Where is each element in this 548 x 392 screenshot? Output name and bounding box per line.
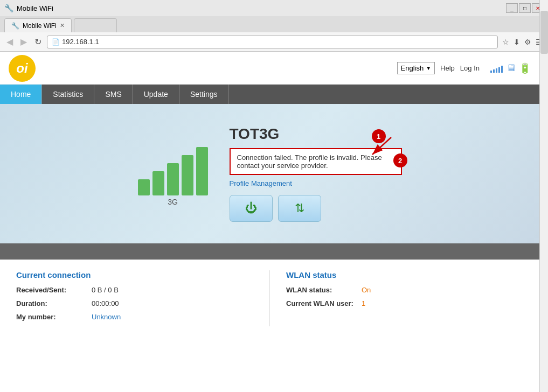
- tab-label: Mobile WiFi: [23, 22, 57, 30]
- chevron-down-icon: ▼: [426, 65, 431, 71]
- router-icon: 🖥: [506, 62, 516, 74]
- nav-item-update[interactable]: Update: [133, 85, 179, 104]
- help-link[interactable]: Help: [440, 64, 455, 72]
- current-connection-title: Current connection: [16, 270, 253, 279]
- bottom-bar: [0, 243, 539, 260]
- transfer-button[interactable]: ⇅: [278, 195, 321, 222]
- power-button[interactable]: ⏻: [230, 195, 273, 222]
- nav-item-home[interactable]: Home: [0, 85, 42, 104]
- annotation-2: 2: [393, 153, 407, 167]
- signal-indicators: 🖥 🔋: [490, 62, 531, 74]
- profile-management-link[interactable]: Profile Management: [230, 179, 402, 187]
- forward-button[interactable]: ▶: [18, 36, 29, 48]
- number-label: My number:: [16, 313, 92, 321]
- bookmark-icon[interactable]: ☆: [501, 37, 510, 47]
- wlan-status-value: On: [362, 286, 371, 294]
- power-icon: ⏻: [245, 201, 257, 215]
- duration-row: Duration: 00:00:00: [16, 299, 253, 307]
- nav-item-statistics[interactable]: Statistics: [42, 85, 94, 104]
- duration-value: 00:00:00: [92, 299, 119, 307]
- signal-strength-icon: [490, 64, 503, 73]
- number-row: My number: Unknown: [16, 313, 253, 321]
- address-text: 192.168.1.1: [62, 38, 99, 46]
- stats-section: Current connection Received/Sent: 0 B / …: [0, 260, 539, 337]
- app-header: oi English ▼ Help Log In �: [0, 52, 539, 85]
- duration-label: Duration:: [16, 299, 92, 307]
- app-logo: oi: [9, 55, 36, 82]
- wlan-users-value: 1: [362, 299, 365, 307]
- language-selector[interactable]: English ▼: [397, 62, 435, 74]
- nav-menu: Home Statistics SMS Update Settings: [0, 85, 539, 104]
- language-label: English: [401, 64, 424, 72]
- wlan-status-label: WLAN status:: [286, 286, 362, 294]
- wlan-status-panel: WLAN status WLAN status: On Current WLAN…: [270, 270, 523, 326]
- wlan-status-row: WLAN status: On: [286, 286, 523, 294]
- download-icon[interactable]: ⬇: [512, 37, 521, 47]
- nav-item-settings[interactable]: Settings: [179, 85, 229, 104]
- browser-title: Mobile WiFi: [17, 4, 53, 12]
- signal-visual: [138, 142, 208, 195]
- wlan-status-title: WLAN status: [286, 270, 523, 279]
- wlan-users-label: Current WLAN user:: [286, 299, 362, 307]
- login-link[interactable]: Log In: [460, 64, 480, 72]
- current-connection-panel: Current connection Received/Sent: 0 B / …: [16, 270, 270, 326]
- received-value: 0 B / 0 B: [92, 286, 119, 294]
- browser-tab[interactable]: 🔧 Mobile WiFi ✕: [4, 18, 72, 32]
- minimize-button[interactable]: _: [506, 3, 518, 13]
- nav-item-sms[interactable]: SMS: [94, 85, 133, 104]
- transfer-icon: ⇅: [295, 201, 304, 215]
- back-button[interactable]: ◀: [4, 36, 15, 48]
- number-value: Unknown: [92, 313, 121, 321]
- scroll-thumb[interactable]: [540, 11, 548, 54]
- error-message-box: Connection failed. The profile is invali…: [230, 148, 402, 175]
- scrollbar[interactable]: [539, 0, 548, 392]
- tab-close-icon[interactable]: ✕: [60, 22, 65, 29]
- signal-type-label: 3G: [138, 198, 208, 206]
- action-buttons: ⏻ ⇅: [230, 195, 402, 222]
- received-row: Received/Sent: 0 B / 0 B: [16, 286, 253, 294]
- address-bar[interactable]: 📄 192.168.1.1: [47, 36, 498, 48]
- battery-icon: 🔋: [519, 62, 531, 74]
- restore-button[interactable]: □: [519, 3, 531, 13]
- hero-section: 3G TOT3G 1 2: [0, 104, 539, 243]
- received-label: Received/Sent:: [16, 286, 92, 294]
- refresh-button[interactable]: ↻: [32, 36, 44, 48]
- annotation-1: 1: [372, 129, 386, 143]
- settings-icon[interactable]: ⚙: [523, 37, 532, 47]
- wlan-users-row: Current WLAN user: 1: [286, 299, 523, 307]
